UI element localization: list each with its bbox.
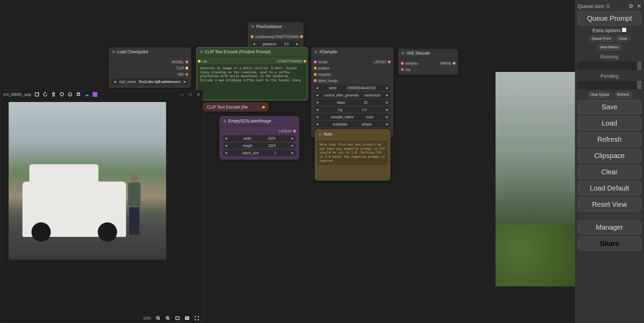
widget-steps[interactable]: ◀steps20▶ bbox=[314, 99, 391, 105]
svg-rect-3 bbox=[77, 93, 79, 94]
window-close-icon[interactable]: ✕ bbox=[197, 92, 200, 97]
minimize-icon[interactable]: — bbox=[180, 92, 184, 97]
share-button[interactable]: Share bbox=[578, 237, 641, 251]
positive-prompt-text[interactable]: Generate an image of a white colored, 5-… bbox=[198, 64, 306, 99]
app-icon[interactable] bbox=[93, 92, 97, 97]
node-title: CLIP Text Encode (Positive Prompt) bbox=[205, 49, 271, 54]
svg-rect-6 bbox=[176, 317, 179, 320]
edit-icon[interactable] bbox=[35, 92, 39, 97]
clear-queue-button[interactable]: Clear Queue bbox=[587, 91, 613, 98]
queue-size-label: Queue size: 0 bbox=[578, 3, 610, 9]
refresh-button[interactable]: Refresh bbox=[578, 132, 641, 147]
close-button[interactable]: Close bbox=[615, 35, 631, 42]
widget-control-after-generate[interactable]: ◀control_after_generaterandomize▶ bbox=[314, 92, 391, 98]
widget-scheduler[interactable]: ◀schedulersimple▶ bbox=[314, 121, 391, 127]
widget-sampler-name[interactable]: ◀sampler_nameeuler▶ bbox=[314, 114, 391, 120]
node-clip-positive[interactable]: CLIP Text Encode (Positive Prompt) clipC… bbox=[196, 47, 308, 101]
widget-ckpt-name[interactable]: ◀ckpt_nameflux1-dev-fp8.safetensors▶ bbox=[112, 79, 188, 85]
fit-icon[interactable] bbox=[175, 316, 180, 321]
actual-size-icon[interactable] bbox=[185, 316, 190, 321]
viewer-filename: yUI_00009_.png bbox=[3, 92, 31, 96]
node-ksampler[interactable]: KSampler modelLATENT positive negative l… bbox=[311, 47, 394, 138]
fullscreen-icon[interactable] bbox=[194, 316, 199, 321]
cloud-icon[interactable]: ☁ bbox=[84, 92, 89, 97]
load-default-button[interactable]: Load Default bbox=[578, 181, 641, 195]
queue-prompt-button[interactable]: Queue Prompt bbox=[578, 11, 641, 26]
side-panel: Queue size: 0 ⚙ ✕ Queue Prompt Extra opt… bbox=[575, 0, 644, 323]
info-icon[interactable] bbox=[68, 92, 73, 97]
node-note[interactable]: Note Note that Flux dev and schnell do n… bbox=[315, 129, 390, 181]
node-flux-guidance[interactable]: FluxGuidance conditioningCONDITIONING ◀g… bbox=[248, 22, 304, 50]
widget-guidance[interactable]: ◀guidance3.5▶ bbox=[251, 41, 301, 47]
maximize-icon[interactable]: ☐ bbox=[189, 92, 192, 97]
preview-image-content bbox=[9, 102, 166, 260]
more-icon[interactable]: ⋯ bbox=[101, 92, 105, 97]
load-button[interactable]: Load bbox=[578, 116, 641, 130]
node-clip-negative[interactable]: CLIP Text Encode (Ne bbox=[203, 102, 269, 111]
node-vae-decode[interactable]: VAE Decode samplesIMAGE vae bbox=[398, 48, 459, 75]
widget-cfg[interactable]: ◀cfg1.0▶ bbox=[314, 107, 391, 113]
zoom-level: 53% bbox=[143, 316, 151, 320]
print-icon[interactable] bbox=[76, 92, 81, 97]
view-history-button[interactable]: View History bbox=[597, 44, 622, 50]
pending-queue bbox=[578, 81, 641, 89]
refresh-queue-button[interactable]: Refresh bbox=[614, 91, 632, 98]
reset-view-button[interactable]: Reset View bbox=[578, 197, 641, 212]
clear-button[interactable]: Clear bbox=[578, 165, 641, 179]
manager-button[interactable]: Manager bbox=[578, 220, 641, 234]
rotate-icon[interactable] bbox=[43, 92, 48, 97]
node-title: FluxGuidance bbox=[256, 24, 282, 29]
clipspace-button[interactable]: Clipspace bbox=[578, 149, 641, 163]
close-icon[interactable]: ✕ bbox=[637, 3, 641, 9]
image-viewer-window[interactable]: yUI_00009_.png ☁ ⋯ — ☐ ✕ 53% bbox=[0, 90, 203, 323]
zoom-out-icon[interactable] bbox=[156, 316, 161, 321]
node-empty-latent[interactable]: EmptySD3LatentImage LATENT ◀width1024▶ ◀… bbox=[220, 116, 299, 159]
heart-icon[interactable] bbox=[59, 92, 64, 97]
save-button[interactable]: Save bbox=[578, 100, 641, 114]
note-text: Note that Flux dev and schnell do not ha… bbox=[317, 141, 388, 165]
widget-batch-size[interactable]: ◀batch_size1▶ bbox=[223, 150, 296, 156]
widget-height[interactable]: ◀height1024▶ bbox=[223, 142, 296, 149]
svg-rect-8 bbox=[186, 317, 188, 319]
widget-width[interactable]: ◀width1024▶ bbox=[223, 135, 296, 141]
preview-image bbox=[496, 72, 575, 286]
gear-icon[interactable]: ⚙ bbox=[628, 3, 633, 9]
widget-seed[interactable]: ◀seed785983546448319▶ bbox=[314, 85, 391, 91]
node-load-checkpoint[interactable]: Load Checkpoint MODEL CLIP VAE ◀ckpt_nam… bbox=[108, 47, 191, 88]
trash-icon[interactable] bbox=[51, 92, 56, 97]
zoom-in-icon[interactable] bbox=[165, 316, 170, 321]
running-queue bbox=[578, 62, 641, 70]
queue-front-button[interactable]: Queue Front bbox=[588, 35, 614, 42]
node-title: Load Checkpoint bbox=[117, 49, 148, 54]
extra-options-checkbox[interactable] bbox=[622, 28, 626, 32]
